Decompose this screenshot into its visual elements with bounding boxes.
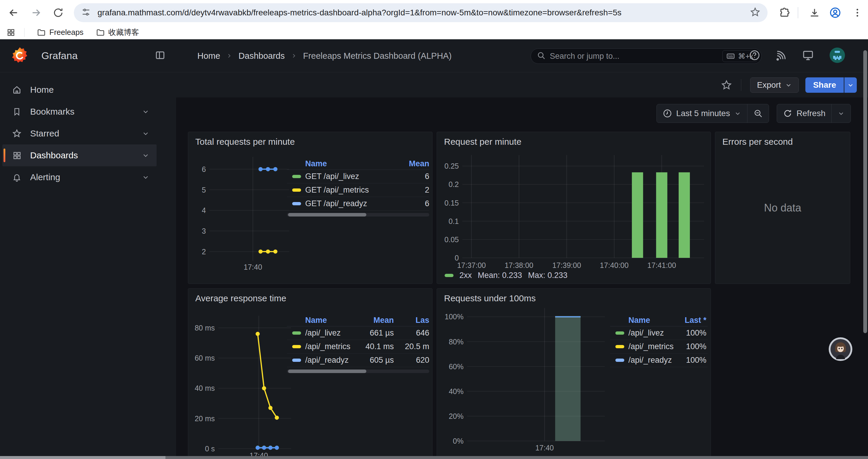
legend-row[interactable]: GET /api/_metrics 2 [287,184,429,197]
forward-icon[interactable] [30,7,42,19]
svg-text:100%: 100% [445,313,464,321]
sidebar-item-bookmarks[interactable]: Bookmarks [2,101,157,123]
breadcrumb: Home Dashboards Freeleaps Metrics Dashbo… [197,39,452,72]
export-button[interactable]: Export [750,77,799,93]
url-bar[interactable]: grafana.mathmast.com/d/deytv4rwavabkb/fr… [74,3,768,22]
legend-row[interactable]: /api/_metrics 100% [610,340,708,354]
svg-text:0.2: 0.2 [448,180,459,189]
browser-menu-icon[interactable] [852,7,863,18]
grafana-logo[interactable] [11,46,29,66]
help-icon[interactable] [749,49,761,62]
monitor-icon[interactable] [802,49,814,63]
sidebar-item-alerting[interactable]: Alerting [2,166,157,188]
chevron-down-icon[interactable] [142,130,150,137]
legend-row[interactable]: /api/_metrics 40.1 ms 20.5 m [287,340,429,354]
panel-under-100ms[interactable]: Requests under 100ms 100%80%60%40%20%0%1… [437,288,711,459]
dock-sidebar-icon[interactable] [155,50,165,62]
back-icon[interactable] [8,7,20,19]
bookmark-folder[interactable]: 收藏博客 [96,27,139,37]
favorite-star-icon[interactable] [721,79,732,91]
site-settings-icon[interactable] [81,7,91,18]
legend-scrollbar[interactable] [287,369,429,373]
panel-title[interactable]: Requests under 100ms [444,293,536,303]
assistant-avatar[interactable] [829,337,852,361]
svg-text:40%: 40% [449,387,464,395]
panel-total-requests[interactable]: Total requests per minute 6543217:40 Nam… [188,132,433,284]
legend-header-mean[interactable]: Mean [359,316,394,325]
svg-text:0.05: 0.05 [444,235,459,244]
sidebar-item-dashboards[interactable]: Dashboards [2,144,157,166]
home-icon [12,85,22,95]
grafana-app: Grafana Home Bookmarks Starred [0,39,868,459]
bookmark-items: Freeleaps 收藏博客 [25,27,139,37]
legend-row[interactable]: GET /api/_readyz 6 [287,197,429,210]
refresh-interval-dropdown[interactable] [832,104,850,123]
series-color-pill [292,189,301,192]
chevron-down-icon[interactable] [142,152,150,159]
series-color-pill [292,359,301,362]
legend-header-last[interactable]: Las [401,316,429,325]
legend-row[interactable]: /api/_readyz 605 µs 620 [287,354,429,367]
chevron-down-icon[interactable] [142,108,150,116]
chevron-down-icon [734,110,741,117]
apps-grid-icon[interactable] [6,28,16,37]
extensions-icon[interactable] [779,7,790,18]
horizontal-scrollbar[interactable] [0,456,868,459]
legend-header-name[interactable]: Name [287,316,359,325]
chevron-right-icon [226,53,232,59]
panel-errors-per-second[interactable]: Errors per second No data [715,132,850,284]
download-icon[interactable] [809,7,820,18]
panel-request-per-minute[interactable]: Request per minute 0.250.20.150.10.05017… [437,132,711,284]
svg-text:0.15: 0.15 [444,199,459,207]
chart-legend[interactable]: 2xx Mean: 0.233 Max: 0.233 [445,271,567,280]
avg-response-chart: 80 ms60 ms40 ms20 ms0 s17:40 [193,314,292,459]
svg-text:17:40: 17:40 [244,263,262,271]
request-per-minute-chart: 0.250.20.150.10.05017:37:0017:38:0017:39… [442,153,705,271]
url-text: grafana.mathmast.com/d/deytv4rwavabkb/fr… [97,8,750,18]
top-icons [749,39,845,72]
search-input[interactable]: Search or jump to... ⌘+k [531,48,762,64]
zoom-out-button[interactable] [747,104,769,123]
total-requests-chart: 6543217:40 [193,155,290,273]
actions-divider [741,79,741,91]
legend-row[interactable]: /api/_livez 661 µs 646 [287,326,429,340]
series-color-pill [615,359,624,362]
reload-icon[interactable] [53,7,64,18]
breadcrumb-home[interactable]: Home [197,51,220,61]
legend-scrollbar[interactable] [287,213,429,217]
news-feed-icon[interactable] [775,49,787,62]
bookmark-folder[interactable]: Freeleaps [37,28,84,37]
time-range-picker[interactable]: Last 5 minutes [657,104,747,123]
chevron-down-icon[interactable] [142,173,150,181]
dashboard-actions-row: Export Share [176,72,868,97]
legend-row[interactable]: /api/_livez 100% [610,326,708,340]
legend-header-name[interactable]: Name [287,159,403,168]
series-color-pill [292,331,301,335]
legend-row[interactable]: /api/_readyz 100% [610,354,708,367]
vertical-scrollbar[interactable] [863,50,867,333]
sidebar-item-home[interactable]: Home [2,79,157,101]
sidebar-nav: Home Bookmarks Starred Dashboards [0,72,176,188]
svg-text:60%: 60% [449,362,464,371]
sidebar-item-starred[interactable]: Starred [2,123,157,144]
panel-title[interactable]: Request per minute [444,137,522,147]
legend-row[interactable]: GET /api/_livez 6 [287,170,429,184]
profile-icon[interactable] [829,6,841,19]
svg-text:0 s: 0 s [205,445,215,453]
panel-title[interactable]: Total requests per minute [195,137,295,147]
legend-header-name[interactable]: Name [610,316,675,325]
refresh-button[interactable]: Refresh [777,104,831,123]
legend-header-last[interactable]: Last * [675,316,708,325]
share-button[interactable]: Share [805,77,844,93]
panel-avg-response-time[interactable]: Average response time 80 ms60 ms40 ms20 … [188,288,433,459]
bell-icon [12,173,22,182]
panel-title[interactable]: Average response time [195,293,286,303]
chevron-right-icon [291,53,297,59]
search-placeholder: Search or jump to... [550,52,722,61]
legend-table: Name Last * /api/_livez 100% /api/_metri… [610,315,708,367]
breadcrumb-dashboards[interactable]: Dashboards [239,51,284,61]
share-dropdown-button[interactable] [844,77,857,93]
bookmark-star-icon[interactable] [750,7,761,19]
user-avatar[interactable] [829,47,845,65]
legend-header-mean[interactable]: Mean [403,159,429,168]
